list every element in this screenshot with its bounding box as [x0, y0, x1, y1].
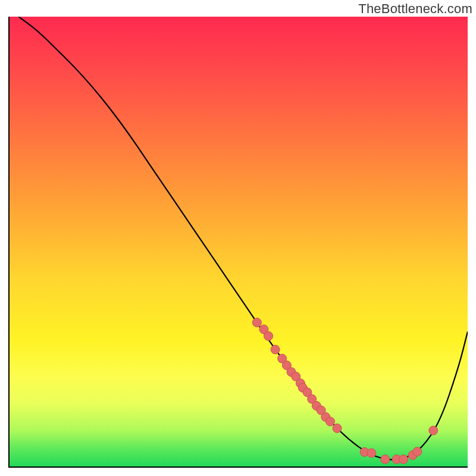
chart-markers: [252, 318, 437, 464]
chart-marker-dot: [252, 318, 261, 327]
chart-marker-dot: [271, 345, 280, 354]
chart-plot-area: [8, 17, 468, 468]
chart-curve: [18, 17, 468, 460]
chart-marker-dot: [413, 447, 422, 456]
watermark-text: TheBottleneck.com: [358, 1, 472, 17]
chart-svg: [10, 17, 468, 466]
chart-marker-dot: [381, 455, 390, 464]
chart-marker-dot: [326, 417, 335, 426]
chart-marker-dot: [399, 455, 408, 464]
chart-marker-dot: [264, 331, 273, 340]
chart-marker-dot: [429, 426, 438, 435]
chart-marker-dot: [367, 449, 376, 458]
chart-marker-dot: [333, 424, 342, 433]
